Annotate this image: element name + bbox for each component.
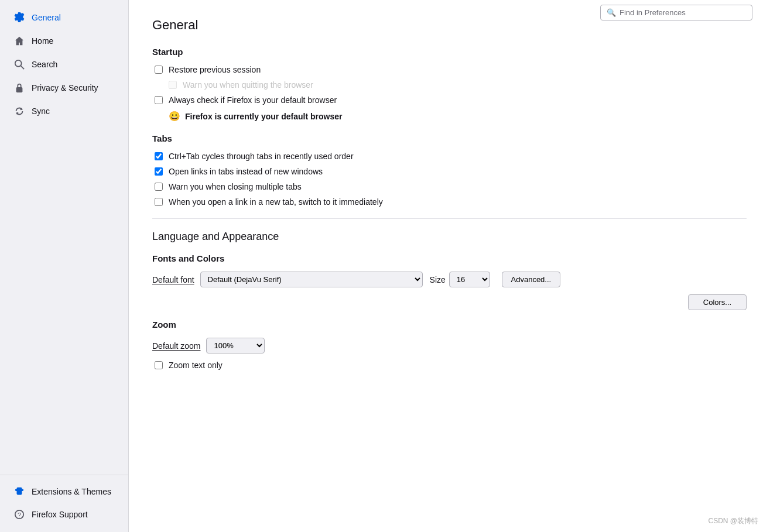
- puzzle-icon: [13, 485, 26, 498]
- tabs-section: Tabs Ctrl+Tab cycles through tabs in rec…: [152, 133, 747, 207]
- zoom-heading: Zoom: [152, 320, 747, 330]
- switch-new-tab-label[interactable]: When you open a link in a new tab, switc…: [169, 197, 383, 207]
- warn-closing-label[interactable]: Warn you when closing multiple tabs: [169, 182, 302, 191]
- sidebar-item-label-search: Search: [32, 60, 57, 69]
- restore-session-checkbox[interactable]: [155, 66, 163, 74]
- open-links-tabs-row: Open links in tabs instead of new window…: [152, 167, 747, 176]
- restore-session-row: Restore previous session: [152, 65, 747, 74]
- sidebar-item-support[interactable]: ? Firefox Support: [4, 503, 125, 526]
- zoom-text-only-row: Zoom text only: [152, 361, 747, 370]
- default-browser-text: Firefox is currently your default browse…: [185, 112, 342, 121]
- ctrl-tab-checkbox[interactable]: [155, 152, 163, 160]
- default-zoom-select[interactable]: 100%: [206, 338, 265, 353]
- fonts-row: Default font Default (DejaVu Serif) Size…: [152, 272, 747, 287]
- sidebar-item-extensions[interactable]: Extensions & Themes: [4, 480, 125, 503]
- sidebar-item-search[interactable]: Search: [4, 53, 125, 75]
- sidebar: General Home Search: [0, 0, 129, 532]
- ctrl-tab-label[interactable]: Ctrl+Tab cycles through tabs in recently…: [169, 152, 354, 161]
- main-content: 🔍 Find in Preferences General Startup Re…: [129, 0, 770, 532]
- open-links-tabs-label[interactable]: Open links in tabs instead of new window…: [169, 167, 323, 176]
- sidebar-item-label-privacy: Privacy & Security: [32, 83, 98, 92]
- language-appearance-title: Language and Appearance: [152, 231, 747, 243]
- top-bar: 🔍 Find in Preferences: [600, 5, 752, 20]
- switch-new-tab-row: When you open a link in a new tab, switc…: [152, 197, 747, 207]
- switch-new-tab-checkbox[interactable]: [155, 198, 163, 206]
- find-in-prefs-placeholder: Find in Preferences: [620, 8, 686, 17]
- size-label: Size: [430, 275, 446, 284]
- default-browser-notice: 😀 Firefox is currently your default brow…: [169, 111, 747, 122]
- advanced-button[interactable]: Advanced...: [502, 272, 560, 287]
- sidebar-item-label-support: Firefox Support: [32, 510, 88, 519]
- ctrl-tab-row: Ctrl+Tab cycles through tabs in recently…: [152, 152, 747, 161]
- warn-closing-row: Warn you when closing multiple tabs: [152, 182, 747, 191]
- fonts-colors-heading: Fonts and Colors: [152, 253, 747, 263]
- warn-quitting-checkbox[interactable]: [169, 81, 177, 89]
- warn-quitting-row: Warn you when quitting the browser: [152, 80, 747, 90]
- colors-button[interactable]: Colors...: [688, 294, 747, 310]
- lock-icon: [13, 81, 26, 94]
- zoom-text-only-checkbox[interactable]: [155, 361, 163, 369]
- restore-session-label[interactable]: Restore previous session: [169, 65, 261, 74]
- font-size-select[interactable]: 16: [449, 272, 490, 287]
- language-appearance-section: Language and Appearance Fonts and Colors…: [152, 231, 747, 370]
- zoom-text-only-label[interactable]: Zoom text only: [169, 361, 223, 370]
- default-browser-emoji: 😀: [169, 111, 180, 122]
- warn-quitting-label[interactable]: Warn you when quitting the browser: [183, 80, 313, 90]
- sidebar-item-sync[interactable]: Sync: [4, 100, 125, 122]
- sidebar-item-label-home: Home: [32, 36, 53, 46]
- startup-section: Startup Restore previous session Warn yo…: [152, 47, 747, 122]
- svg-line-1: [21, 66, 24, 69]
- search-sidebar-icon: [13, 58, 26, 71]
- sync-icon: [13, 105, 26, 118]
- sidebar-item-home[interactable]: Home: [4, 30, 125, 52]
- find-search-icon: 🔍: [607, 8, 616, 17]
- tabs-heading: Tabs: [152, 133, 747, 143]
- svg-text:?: ?: [18, 512, 21, 519]
- always-check-default-label[interactable]: Always check if Firefox is your default …: [169, 95, 337, 105]
- help-icon: ?: [13, 508, 26, 521]
- open-links-tabs-checkbox[interactable]: [155, 167, 163, 176]
- default-zoom-label: Default zoom: [152, 341, 200, 351]
- home-icon: [13, 35, 26, 47]
- svg-point-0: [15, 60, 22, 67]
- find-in-prefs-input[interactable]: 🔍 Find in Preferences: [600, 5, 752, 20]
- default-font-label: Default font: [152, 275, 194, 284]
- sidebar-item-privacy[interactable]: Privacy & Security: [4, 77, 125, 99]
- default-font-select[interactable]: Default (DejaVu Serif): [200, 272, 423, 287]
- sidebar-item-label-extensions: Extensions & Themes: [32, 487, 111, 496]
- sidebar-item-general[interactable]: General: [4, 6, 125, 29]
- startup-heading: Startup: [152, 47, 747, 57]
- watermark: CSDN @装博特: [708, 516, 758, 526]
- gear-icon: [13, 11, 26, 24]
- section-separator: [152, 218, 747, 219]
- always-check-default-checkbox[interactable]: [155, 96, 163, 104]
- zoom-section: Zoom Default zoom 100% Zoom text only: [152, 320, 747, 370]
- svg-rect-2: [16, 87, 23, 92]
- default-zoom-row: Default zoom 100%: [152, 338, 747, 353]
- warn-closing-checkbox[interactable]: [155, 183, 163, 191]
- sidebar-item-label-general: General: [32, 13, 61, 22]
- always-check-default-row: Always check if Firefox is your default …: [152, 95, 747, 105]
- sidebar-item-label-sync: Sync: [32, 107, 50, 116]
